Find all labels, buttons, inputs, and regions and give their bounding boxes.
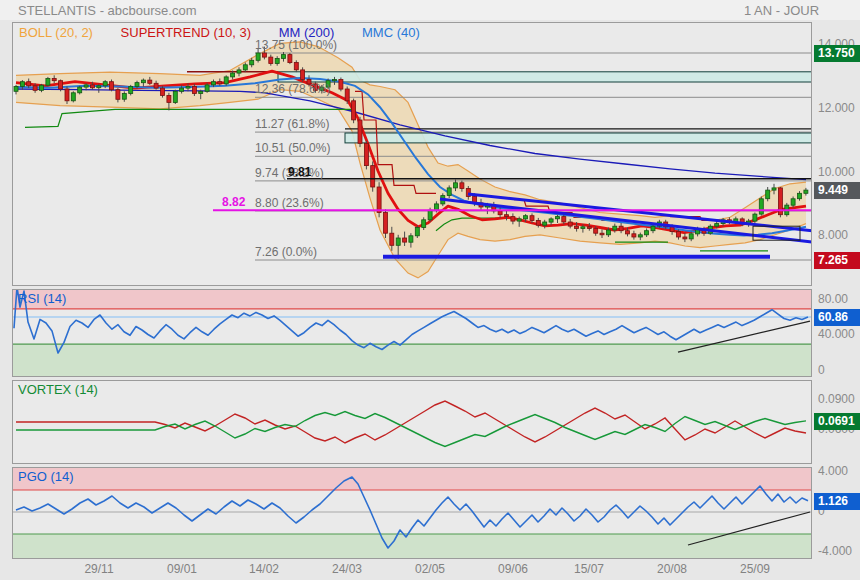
candle-up bbox=[409, 236, 413, 242]
candle-down bbox=[403, 238, 407, 242]
candle-down bbox=[626, 231, 630, 234]
candle-down bbox=[90, 85, 94, 88]
candle-down bbox=[600, 233, 604, 235]
candle-up bbox=[129, 87, 133, 94]
candle-up bbox=[651, 226, 655, 231]
vortex-plus-line bbox=[16, 412, 806, 447]
candle-up bbox=[122, 94, 126, 100]
y-axis-tick-label: 40.000 bbox=[818, 327, 855, 341]
candle-down bbox=[505, 215, 509, 217]
level-label-882: 8.82 bbox=[222, 195, 246, 209]
candle-up bbox=[638, 235, 642, 237]
y-axis-tick-label: 12.000 bbox=[818, 101, 855, 115]
legend-item-supertrend[interactable]: SUPERTREND (10, 3) bbox=[121, 25, 252, 40]
candle-down bbox=[59, 81, 63, 89]
candle-up bbox=[422, 220, 426, 228]
fib-label: 11.27 (61.8%) bbox=[255, 117, 330, 131]
candle-down bbox=[352, 101, 356, 120]
x-axis-date-label: 09/06 bbox=[489, 562, 537, 576]
candle-up bbox=[753, 214, 757, 221]
price-badge: 7.265 bbox=[814, 252, 860, 269]
candle-up bbox=[549, 219, 553, 222]
candle-down bbox=[587, 227, 591, 229]
candle-down bbox=[530, 216, 534, 221]
vortex-chart-canvas[interactable] bbox=[12, 380, 812, 464]
candle-down bbox=[377, 187, 381, 213]
candle-down bbox=[562, 217, 566, 222]
candle-down bbox=[358, 120, 362, 143]
candle-down bbox=[371, 166, 375, 187]
vortex-minus-line bbox=[16, 401, 806, 443]
vortex-label: VORTEX (14) bbox=[18, 382, 98, 397]
legend-item-mm200[interactable]: MM (200) bbox=[279, 25, 335, 40]
y-axis-tick-label: 80.00 bbox=[818, 292, 848, 306]
candle-up bbox=[772, 188, 776, 190]
y-axis-tick-label: 4.000 bbox=[818, 464, 848, 478]
candle-up bbox=[20, 82, 24, 87]
candle-up bbox=[275, 58, 279, 63]
candle-up bbox=[97, 86, 101, 88]
candle-up bbox=[40, 85, 44, 90]
candle-down bbox=[110, 82, 114, 90]
candle-up bbox=[231, 73, 235, 77]
candle-up bbox=[135, 83, 139, 87]
y-axis-tick-label: 0 bbox=[818, 363, 825, 377]
candle-up bbox=[715, 224, 719, 227]
candle-down bbox=[294, 63, 298, 70]
price-badge: 0.0691 bbox=[814, 413, 860, 430]
candle-down bbox=[632, 234, 636, 237]
resistance-zone bbox=[278, 72, 812, 82]
candle-down bbox=[116, 90, 120, 100]
candle-up bbox=[237, 70, 241, 73]
candle-up bbox=[581, 227, 585, 229]
candle-up bbox=[454, 183, 458, 188]
candle-up bbox=[141, 80, 145, 83]
price-badge: 9.449 bbox=[814, 182, 860, 199]
candle-down bbox=[677, 232, 681, 237]
candle-up bbox=[84, 85, 88, 87]
y-axis-tick-label: 0.0900 bbox=[818, 392, 855, 406]
candle-down bbox=[218, 82, 222, 84]
fib-label: 13.75 (100.0%) bbox=[255, 38, 337, 52]
candle-up bbox=[282, 55, 286, 59]
candle-up bbox=[224, 77, 228, 84]
legend-item-mmc40[interactable]: MMC (40) bbox=[362, 25, 420, 40]
rsi-overbought-zone bbox=[12, 289, 812, 309]
candle-down bbox=[339, 80, 343, 90]
candle-down bbox=[161, 88, 165, 95]
candle-up bbox=[186, 87, 190, 89]
candle-up bbox=[447, 188, 451, 196]
candle-up bbox=[205, 85, 209, 91]
candle-down bbox=[301, 70, 305, 80]
price-badge: 13.750 bbox=[814, 45, 860, 62]
pgo-label: PGO (14) bbox=[18, 469, 74, 484]
candle-down bbox=[594, 228, 598, 233]
price-badge: 60.86 bbox=[814, 309, 860, 326]
pgo-chart-canvas[interactable] bbox=[12, 467, 812, 559]
candle-up bbox=[78, 87, 82, 93]
candle-down bbox=[52, 79, 56, 81]
candle-down bbox=[498, 211, 502, 215]
rsi-panel: RSI (14) bbox=[12, 289, 812, 377]
candle-down bbox=[364, 143, 368, 165]
candle-up bbox=[645, 231, 649, 235]
legend-item-boll[interactable]: BOLL (20, 2) bbox=[19, 25, 93, 40]
candle-down bbox=[536, 220, 540, 225]
chart-application: STELLANTIS - abcbourse.com 1 AN - JOUR B… bbox=[0, 0, 860, 580]
candle-up bbox=[180, 88, 184, 91]
candle-up bbox=[524, 216, 528, 219]
fib-label: 7.26 (0.0%) bbox=[255, 245, 317, 259]
y-axis-tick-label: -4.000 bbox=[818, 544, 852, 558]
candle-down bbox=[192, 87, 196, 94]
candle-down bbox=[167, 95, 171, 102]
candle-down bbox=[154, 83, 158, 88]
main-chart-canvas[interactable]: 13.75 (100.0%)12.36 (78.6%)11.27 (61.8%)… bbox=[12, 22, 812, 286]
x-axis-date-label: 02/05 bbox=[406, 562, 454, 576]
candle-up bbox=[759, 199, 763, 214]
candle-up bbox=[396, 238, 400, 245]
candle-down bbox=[288, 55, 292, 63]
candle-up bbox=[243, 65, 247, 70]
candle-up bbox=[613, 226, 617, 230]
candle-up bbox=[173, 91, 177, 102]
rsi-chart-canvas[interactable] bbox=[12, 289, 812, 377]
